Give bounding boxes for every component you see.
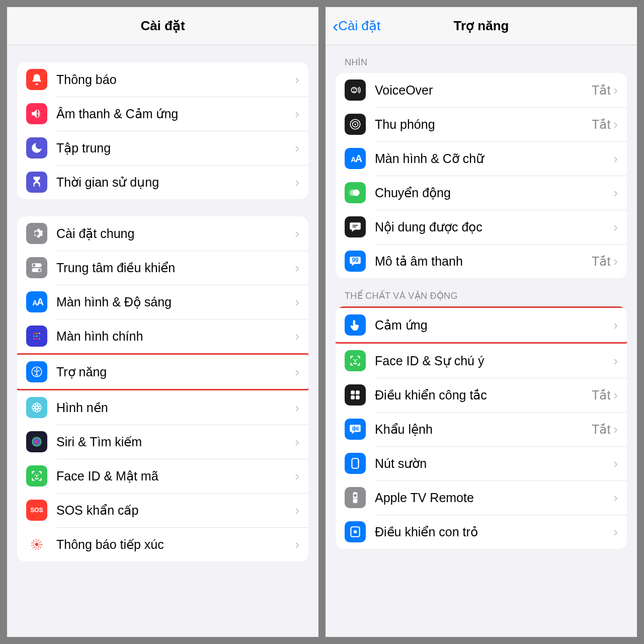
row-home-screen[interactable]: Màn hình chính› <box>17 319 308 353</box>
row-status: Tắt <box>592 254 610 269</box>
settings-screen: Cài đặt Thông báo›Âm thanh & Cảm ứng›Tập… <box>7 7 318 637</box>
row-focus[interactable]: Tập trung› <box>17 131 308 165</box>
chevron-right-icon: › <box>295 260 299 276</box>
svg-rect-54 <box>353 492 358 503</box>
row-label: Face ID & Sự chú ý <box>375 354 613 368</box>
row-touch[interactable]: Cảm ứng› <box>336 308 627 342</box>
page-title: Cài đặt <box>140 18 185 34</box>
settings-content[interactable]: Thông báo›Âm thanh & Cảm ứng›Tập trung›T… <box>7 45 318 637</box>
gear-icon <box>26 223 47 244</box>
svg-point-59 <box>354 530 357 534</box>
row-label: Thu phóng <box>375 117 592 132</box>
chevron-right-icon: › <box>295 106 299 122</box>
row-zoom[interactable]: Thu phóngTắt› <box>336 107 627 141</box>
chevron-right-icon: › <box>295 226 299 242</box>
row-general[interactable]: Cài đặt chung› <box>17 216 308 251</box>
row-label: Hình nền <box>56 400 295 415</box>
row-label: Apple TV Remote <box>375 491 613 505</box>
svg-point-15 <box>39 338 40 340</box>
row-switch-control[interactable]: Điều khiển công tắcTắt› <box>336 378 627 412</box>
svg-point-17 <box>36 368 37 370</box>
row-spoken[interactable]: Nội dung được đọc› <box>336 210 627 244</box>
row-voice-control[interactable]: Khẩu lệnhTắt› <box>336 412 627 446</box>
bell-icon <box>26 69 47 90</box>
back-button[interactable]: ‹ Cài đặt <box>333 7 380 45</box>
faceid-icon <box>345 350 366 371</box>
row-sounds[interactable]: Âm thanh & Cảm ứng› <box>17 97 308 131</box>
row-voiceover[interactable]: VoiceOverTắt› <box>336 73 627 107</box>
svg-point-55 <box>354 494 356 497</box>
settings-group: VoiceOverTắt›Thu phóngTắt›AAMàn hình & C… <box>336 73 627 278</box>
row-pointer[interactable]: Điều khiển con trỏ› <box>336 515 627 549</box>
row-audio-desc[interactable]: 99Mô tả âm thanhTắt› <box>336 244 627 278</box>
header: ‹ Cài đặt Trợ năng <box>326 7 637 45</box>
svg-point-11 <box>36 335 37 337</box>
svg-rect-53 <box>358 461 359 463</box>
row-display-text[interactable]: AAMàn hình & Cỡ chữ› <box>336 141 627 176</box>
moon-icon <box>26 137 47 158</box>
aa-icon: AA <box>26 291 47 312</box>
row-status: Tắt <box>592 117 610 132</box>
access-icon <box>26 361 47 382</box>
row-sos[interactable]: SOSSOS khẩn cấp› <box>17 493 308 527</box>
chevron-right-icon: › <box>613 387 618 403</box>
row-faceid[interactable]: Face ID & Mật mã› <box>17 459 308 493</box>
row-label: Điều khiển công tắc <box>375 388 592 403</box>
quote-icon: 99 <box>345 251 366 272</box>
section-header: THỂ CHẤT VÀ VẬN ĐỘNG <box>336 278 627 306</box>
chevron-right-icon: › <box>613 422 618 437</box>
svg-rect-52 <box>352 458 359 468</box>
chevron-right-icon: › <box>613 254 618 269</box>
row-display[interactable]: AAMàn hình & Độ sáng› <box>17 285 308 319</box>
row-status: Tắt <box>592 83 610 98</box>
svg-rect-50 <box>351 395 355 399</box>
row-notifications[interactable]: Thông báo› <box>17 62 308 97</box>
svg-rect-51 <box>356 395 360 399</box>
row-label: Điều khiển con trỏ <box>375 525 613 539</box>
chevron-right-icon: › <box>295 434 299 450</box>
accessibility-content[interactable]: NHÌNVoiceOverTắt›Thu phóngTắt›AAMàn hình… <box>326 45 637 637</box>
grid-icon <box>26 326 47 347</box>
row-exposure[interactable]: Thông báo tiếp xúc› <box>17 527 308 561</box>
flower-icon <box>26 397 47 418</box>
row-label: Siri & Tìm kiếm <box>56 435 295 449</box>
row-siri[interactable]: Siri & Tìm kiếm› <box>17 425 308 459</box>
svg-point-46 <box>353 359 354 360</box>
row-label: Màn hình chính <box>56 329 295 344</box>
voice-ctrl-icon <box>345 419 366 440</box>
chevron-right-icon: › <box>613 456 618 471</box>
row-status: Tắt <box>592 422 610 437</box>
svg-text:99: 99 <box>352 257 359 264</box>
row-faceid-attn[interactable]: Face ID & Sự chú ý› <box>336 344 627 378</box>
chevron-right-icon: › <box>295 503 299 518</box>
row-control-center[interactable]: Trung tâm điều khiển› <box>17 251 308 285</box>
chevron-right-icon: › <box>295 468 299 484</box>
siri-icon <box>26 431 47 452</box>
chevron-right-icon: › <box>613 151 618 167</box>
settings-group: Cài đặt chung›Trung tâm điều khiển›AAMàn… <box>17 216 308 561</box>
row-wallpaper[interactable]: Hình nền› <box>17 390 308 425</box>
touch-icon <box>345 314 366 336</box>
chevron-right-icon: › <box>613 117 618 132</box>
row-label: Tập trung <box>56 141 295 155</box>
highlighted-row: Trợ năng› <box>17 353 308 390</box>
highlighted-row: Cảm ứng› <box>336 306 627 344</box>
svg-point-34 <box>351 88 357 93</box>
row-apple-tv[interactable]: Apple TV Remote› <box>336 480 627 515</box>
svg-point-18 <box>35 406 38 409</box>
svg-point-39 <box>354 123 356 125</box>
svg-point-10 <box>33 335 35 337</box>
row-screentime[interactable]: Thời gian sử dụng› <box>17 165 308 199</box>
svg-rect-48 <box>351 390 355 394</box>
row-motion[interactable]: Chuyển động› <box>336 176 627 210</box>
chevron-right-icon: › <box>295 175 299 190</box>
svg-text:SOS: SOS <box>30 507 43 514</box>
svg-rect-49 <box>356 390 360 394</box>
chevron-right-icon: › <box>613 317 618 333</box>
row-accessibility[interactable]: Trợ năng› <box>17 355 308 389</box>
svg-point-12 <box>39 335 40 337</box>
chevron-right-icon: › <box>295 140 299 156</box>
svg-point-47 <box>356 359 357 360</box>
aa-icon: AA <box>345 148 366 169</box>
row-side-button[interactable]: Nút sườn› <box>336 446 627 480</box>
